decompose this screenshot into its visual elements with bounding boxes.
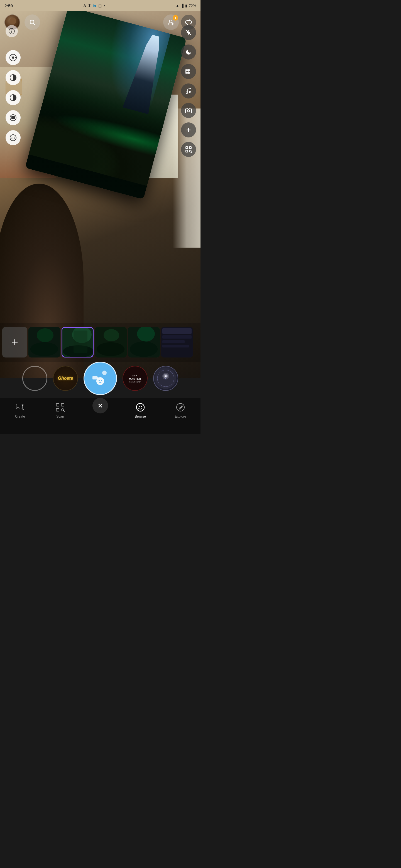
svg-point-51 [137, 327, 155, 342]
filter-carousel: Ghosts INK MASTER Paramount [0, 362, 200, 395]
svg-point-0 [9, 18, 16, 25]
bottom-nav: Create Scan [0, 398, 200, 434]
svg-point-41 [37, 328, 54, 342]
svg-point-36 [189, 150, 191, 152]
search-button[interactable] [25, 14, 40, 30]
svg-rect-55 [162, 335, 192, 339]
explore-icon [174, 401, 187, 413]
svg-point-83 [141, 406, 142, 407]
svg-point-73 [17, 407, 18, 408]
add-sticker-button[interactable] [181, 122, 196, 137]
svg-point-9 [11, 30, 12, 30]
svg-point-49 [97, 342, 124, 356]
svg-rect-43 [62, 328, 93, 358]
svg-point-15 [10, 74, 16, 81]
svg-rect-47 [95, 327, 127, 358]
nav-create[interactable]: Create [6, 401, 34, 418]
explore-label: Explore [175, 414, 186, 418]
battery-percent: 72% [189, 4, 196, 8]
svg-point-58 [90, 368, 111, 389]
svg-point-12 [12, 57, 14, 59]
photo-thumb-5[interactable] [161, 327, 193, 358]
svg-rect-34 [189, 147, 191, 149]
svg-point-48 [104, 329, 119, 341]
svg-point-64 [101, 380, 102, 381]
font-icon: A [84, 4, 86, 8]
svg-point-84 [176, 403, 184, 411]
flash-off-button[interactable] [181, 25, 196, 40]
contrast-button[interactable] [6, 90, 21, 105]
brightness-button[interactable] [6, 70, 21, 85]
filter-ai[interactable] [153, 366, 178, 391]
browse-icon [134, 401, 146, 413]
svg-point-71 [165, 378, 166, 379]
nav-browse[interactable]: Browse [126, 401, 154, 418]
close-button[interactable] [92, 398, 108, 413]
svg-line-79 [98, 404, 102, 407]
filter-inkmaster[interactable]: INK MASTER Paramount+ [122, 366, 148, 391]
svg-line-78 [63, 411, 65, 412]
svg-rect-50 [128, 327, 160, 358]
svg-point-67 [162, 373, 169, 379]
svg-point-5 [169, 20, 172, 23]
svg-rect-57 [162, 345, 189, 347]
photo-thumb-1[interactable] [28, 327, 60, 358]
svg-point-44 [72, 328, 92, 343]
music-button[interactable] [181, 84, 196, 98]
info-button[interactable] [6, 25, 18, 37]
svg-point-68 [164, 374, 168, 378]
photo-thumb-3[interactable] [95, 327, 127, 358]
nyt-icon: 𝕿 [88, 3, 90, 8]
camera-mode-button[interactable] [181, 103, 196, 118]
status-center-icons: A 𝕿 in ⬚ ● [84, 3, 105, 8]
svg-rect-54 [162, 328, 192, 334]
photo-thumb-4[interactable] [128, 327, 160, 358]
svg-point-52 [130, 341, 157, 357]
face-button[interactable] [6, 130, 21, 145]
svg-point-16 [10, 95, 16, 101]
nav-close[interactable] [86, 399, 114, 413]
filter-ghosts[interactable]: Ghosts [53, 366, 78, 391]
status-right-icons: ▲ ▐ ▮ 72% [176, 4, 196, 8]
inkmaster-label2: MASTER [129, 377, 141, 380]
active-filter-icon [84, 363, 116, 394]
scan-label: Scan [56, 414, 64, 418]
night-mode-button[interactable] [181, 44, 196, 60]
svg-point-28 [186, 92, 188, 93]
svg-point-62 [96, 377, 104, 385]
create-icon [14, 401, 26, 413]
svg-point-29 [189, 91, 191, 93]
svg-line-80 [98, 404, 102, 407]
video-filter-button[interactable] [181, 64, 196, 79]
svg-point-45 [63, 345, 93, 358]
instagram-icon: ⬚ [98, 4, 102, 8]
nav-explore[interactable]: Explore [167, 401, 194, 418]
svg-point-66 [157, 370, 174, 387]
scan-icon [54, 401, 66, 413]
add-photo-button[interactable] [2, 327, 27, 358]
inkmaster-content: INK MASTER Paramount+ [129, 374, 141, 383]
scan-lens-button[interactable] [181, 142, 196, 157]
add-friend-button[interactable]: 1 [163, 14, 179, 30]
browse-label: Browse [135, 414, 146, 418]
svg-point-70 [165, 376, 166, 377]
svg-rect-56 [162, 340, 184, 343]
svg-point-59 [102, 371, 107, 375]
filter-empty[interactable] [22, 366, 47, 391]
svg-rect-33 [186, 147, 188, 149]
stop-button[interactable] [6, 110, 21, 125]
nav-scan[interactable]: Scan [46, 401, 74, 418]
photo-thumb-2[interactable] [61, 327, 93, 358]
svg-rect-76 [56, 408, 59, 411]
svg-line-37 [191, 152, 192, 153]
inkmaster-label: INK [133, 374, 138, 377]
filter-dial-button[interactable] [6, 50, 21, 65]
svg-line-4 [33, 23, 35, 25]
svg-rect-46 [74, 331, 87, 353]
photo-strip [0, 323, 200, 362]
svg-point-3 [30, 20, 34, 24]
top-bar: 1 [0, 11, 200, 33]
filter-active[interactable] [84, 362, 117, 395]
svg-point-30 [188, 110, 190, 112]
svg-point-19 [10, 135, 16, 141]
